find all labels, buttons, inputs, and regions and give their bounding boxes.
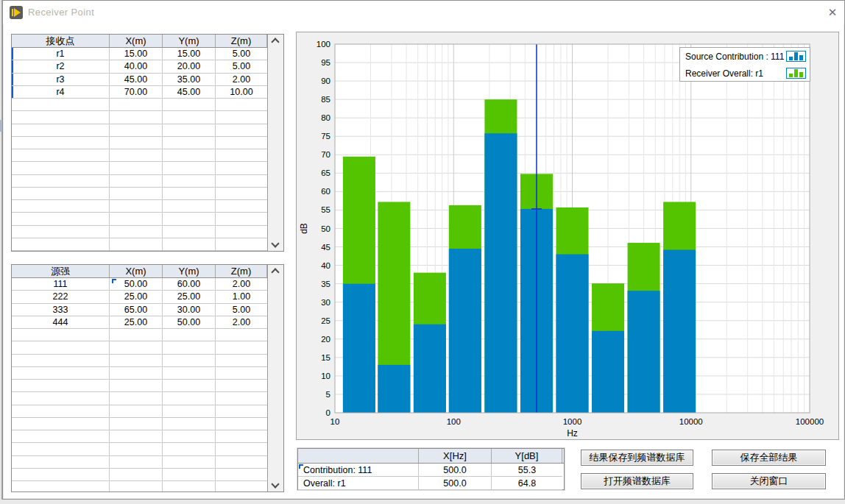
save-all-results-button[interactable]: 保存全部结果: [712, 450, 826, 466]
table-cell[interactable]: [12, 200, 110, 213]
table-cell[interactable]: [216, 111, 267, 124]
table-cell[interactable]: [12, 341, 110, 354]
legend-item-overall[interactable]: Receiver Overall: r1: [680, 65, 810, 82]
table-cell[interactable]: 30.00: [163, 304, 216, 316]
table-row[interactable]: [12, 226, 267, 238]
table-cell[interactable]: 45.00: [110, 74, 163, 86]
table-row[interactable]: [12, 329, 267, 341]
table-cell[interactable]: [163, 341, 216, 354]
table-row[interactable]: [12, 430, 267, 443]
cursor-readout-table[interactable]: X[Hz]Y[dB]Contribution: 111500.055.3Over…: [297, 448, 565, 490]
table-cell[interactable]: [163, 443, 216, 455]
table-cell[interactable]: [110, 99, 163, 111]
table-cell[interactable]: [12, 238, 110, 251]
table-cell[interactable]: 40.00: [110, 60, 163, 73]
table-cell[interactable]: [163, 162, 216, 174]
table-cell[interactable]: [110, 469, 163, 481]
table-cell[interactable]: [216, 124, 267, 137]
source-table-body[interactable]: 源强X(m)Y(m)Z(m)11150.0060.002.0022225.002…: [12, 265, 267, 491]
table-cell[interactable]: [163, 175, 216, 188]
table-cell[interactable]: [163, 213, 216, 225]
table-cell[interactable]: [216, 392, 267, 405]
table-row[interactable]: [12, 405, 267, 418]
table-cell[interactable]: 70.00: [110, 86, 163, 99]
table-cell[interactable]: 10.00: [216, 86, 267, 99]
table-cell[interactable]: 2.00: [216, 74, 267, 86]
table-cell[interactable]: [110, 329, 163, 341]
table-cell[interactable]: [12, 456, 110, 469]
table-cell[interactable]: [12, 124, 110, 137]
table-cell[interactable]: [163, 200, 216, 213]
table-cell[interactable]: [12, 329, 110, 341]
table-cell[interactable]: [216, 99, 267, 111]
table-cell[interactable]: [110, 175, 163, 188]
table-cell[interactable]: [216, 200, 267, 213]
table-cell[interactable]: [110, 456, 163, 469]
table-cell[interactable]: [163, 226, 216, 238]
table-cell[interactable]: [216, 137, 267, 149]
table-cell[interactable]: [110, 149, 163, 162]
table-cell[interactable]: [110, 213, 163, 225]
table-cell[interactable]: 60.00: [163, 278, 216, 291]
table-cell[interactable]: [216, 162, 267, 174]
scroll-up-button[interactable]: [268, 35, 283, 47]
table-row[interactable]: [12, 175, 267, 188]
table-row[interactable]: [12, 392, 267, 405]
scroll-up-button[interactable]: [268, 265, 283, 277]
table-cell[interactable]: [163, 137, 216, 149]
table-cell[interactable]: [12, 162, 110, 174]
table-cell[interactable]: 444: [12, 316, 110, 329]
table-cell[interactable]: 2.00: [216, 278, 267, 291]
table-cell[interactable]: [163, 329, 216, 341]
table-row[interactable]: r345.0035.002.00: [12, 74, 267, 86]
table-cell[interactable]: [12, 380, 110, 392]
table-cell[interactable]: [110, 355, 163, 367]
table-cell[interactable]: [110, 137, 163, 149]
table-cell[interactable]: r3: [12, 74, 110, 86]
table-cell[interactable]: [216, 481, 267, 491]
table-cell[interactable]: [12, 469, 110, 481]
table-cell[interactable]: [216, 355, 267, 367]
table-row[interactable]: [12, 355, 267, 367]
table-cell[interactable]: [216, 405, 267, 418]
table-cell[interactable]: [12, 137, 110, 149]
table-cell[interactable]: [163, 456, 216, 469]
table-cell[interactable]: [110, 188, 163, 200]
table-cell[interactable]: [12, 99, 110, 111]
save-result-to-spectrum-db-button[interactable]: 结果保存到频谱数据库: [581, 450, 693, 466]
table-row[interactable]: [12, 341, 267, 354]
table-cell[interactable]: [110, 392, 163, 405]
table-cell[interactable]: [163, 355, 216, 367]
table-cell[interactable]: [163, 481, 216, 491]
table-cell[interactable]: [216, 443, 267, 455]
table-cell[interactable]: [12, 188, 110, 200]
table-cell[interactable]: [12, 355, 110, 367]
table-cell[interactable]: [163, 124, 216, 137]
table-cell[interactable]: r1: [12, 48, 110, 60]
table-cell[interactable]: [216, 213, 267, 225]
table-row[interactable]: [12, 124, 267, 137]
source-table-scrollbar[interactable]: [267, 265, 283, 491]
table-cell[interactable]: [110, 200, 163, 213]
table-cell[interactable]: [110, 238, 163, 251]
table-row[interactable]: [12, 111, 267, 124]
table-cell[interactable]: [12, 175, 110, 188]
table-cell[interactable]: [216, 175, 267, 188]
table-row[interactable]: 33365.0030.005.00: [12, 304, 267, 316]
table-cell[interactable]: [216, 456, 267, 469]
table-cell[interactable]: [163, 430, 216, 443]
table-cell[interactable]: [12, 111, 110, 124]
table-row[interactable]: r240.0020.005.00: [12, 60, 267, 73]
table-row[interactable]: [12, 99, 267, 111]
table-row[interactable]: [12, 481, 267, 491]
table-row[interactable]: [12, 469, 267, 481]
table-cell[interactable]: [163, 238, 216, 251]
table-cell[interactable]: [110, 124, 163, 137]
table-row[interactable]: [12, 367, 267, 380]
table-cell[interactable]: [216, 226, 267, 238]
table-cell[interactable]: [12, 430, 110, 443]
table-cell[interactable]: [163, 111, 216, 124]
table-cell[interactable]: [110, 443, 163, 455]
table-cell[interactable]: 222: [12, 291, 110, 303]
table-cell[interactable]: [163, 405, 216, 418]
